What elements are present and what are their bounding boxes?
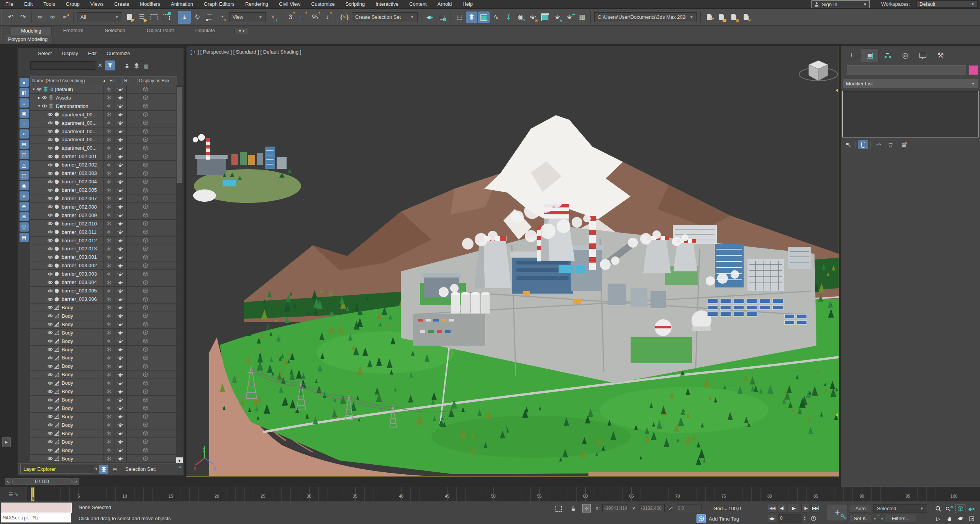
- row-label[interactable]: Body: [62, 431, 73, 436]
- table-row-body[interactable]: Body: [30, 404, 177, 413]
- row-label[interactable]: Body: [62, 439, 73, 445]
- expand-arrow[interactable]: ▶: [36, 96, 42, 100]
- render-cell[interactable]: [115, 127, 127, 135]
- eye-icon[interactable]: [48, 313, 53, 318]
- freeze-cell[interactable]: [104, 144, 115, 152]
- render-cell[interactable]: [115, 404, 127, 412]
- tab-utilities[interactable]: ⚒: [932, 48, 949, 62]
- time-configuration-button[interactable]: [809, 514, 818, 522]
- render-cell[interactable]: [115, 220, 127, 228]
- display-filter-button-filter-geometry[interactable]: ●: [20, 78, 29, 87]
- select-and-scale-button[interactable]: [204, 11, 215, 23]
- configure-modifier-sets-button[interactable]: ▦✎: [900, 140, 910, 149]
- viewport-splitter-arrow[interactable]: [836, 88, 838, 92]
- layer-mode-button[interactable]: [99, 465, 108, 474]
- freeze-cell[interactable]: [104, 446, 115, 454]
- select-and-move-button[interactable]: ↔↕: [178, 11, 191, 24]
- explorer-mode-dropdown[interactable]: Layer Explorer: [20, 465, 93, 473]
- render-cell[interactable]: [115, 421, 127, 429]
- object-color-swatch[interactable]: [969, 65, 978, 75]
- freeze-cell[interactable]: [104, 220, 115, 228]
- use-pivot-point-center-button[interactable]: ⌖✛: [267, 11, 279, 23]
- ribbon-tab[interactable]: Populate: [185, 26, 225, 35]
- show-end-result-button[interactable]: [858, 140, 868, 149]
- display-as-box-cell[interactable]: [127, 421, 177, 429]
- eye-icon[interactable]: [48, 112, 53, 117]
- mirror-button[interactable]: ◀▶: [424, 11, 436, 23]
- align-button[interactable]: [436, 11, 448, 23]
- row-label[interactable]: Assets: [56, 95, 71, 101]
- display-as-box-cell[interactable]: [127, 362, 177, 370]
- time-slider-value[interactable]: 0 / 100: [12, 478, 72, 485]
- table-row-barrier-003-006[interactable]: barrier_003.006: [30, 295, 177, 304]
- display-as-box-cell[interactable]: [127, 94, 177, 102]
- display-filter-button-filter-space-warps[interactable]: ≈: [20, 129, 29, 139]
- render-cell[interactable]: [115, 387, 127, 395]
- mini-curve-editor-button[interactable]: ☰∿: [0, 487, 27, 501]
- row-label[interactable]: apartment_00...: [62, 112, 97, 118]
- display-as-box-cell[interactable]: [127, 404, 177, 412]
- table-row-apartment-00-[interactable]: apartment_00...: [30, 136, 177, 144]
- row-label[interactable]: barrier_002.012: [62, 238, 97, 243]
- explorer-menu-item[interactable]: Edit: [83, 51, 102, 56]
- freeze-cell[interactable]: [104, 161, 115, 169]
- row-label[interactable]: apartment_00...: [62, 120, 97, 126]
- row-label[interactable]: Body: [62, 422, 73, 428]
- freeze-cell[interactable]: [104, 362, 115, 370]
- row-label[interactable]: Body: [62, 305, 73, 310]
- time-slider-prev-button[interactable]: <: [5, 478, 11, 485]
- table-row-barrier-003-003[interactable]: barrier_003.003: [30, 270, 177, 278]
- row-label[interactable]: barrier_003.001: [62, 254, 97, 260]
- table-row-barrier-002-009[interactable]: barrier_002.009: [30, 211, 177, 220]
- display-as-box-cell[interactable]: [127, 295, 177, 303]
- expand-arrow[interactable]: ▼: [36, 104, 42, 108]
- display-filter-button-filter-materials[interactable]: ◉: [20, 181, 29, 190]
- select-object-button[interactable]: [124, 11, 135, 23]
- display-as-box-cell[interactable]: [127, 178, 177, 186]
- display-filter-button-filter-bones[interactable]: △: [20, 160, 29, 170]
- eye-icon[interactable]: [48, 137, 53, 142]
- menu-item[interactable]: Rendering: [240, 0, 274, 8]
- display-as-box-cell[interactable]: [127, 346, 177, 354]
- table-row-apartment-00-[interactable]: apartment_00...: [30, 119, 177, 127]
- key-filters-icon[interactable]: ●⌒●: [873, 514, 883, 522]
- select-and-rotate-button[interactable]: ↻: [192, 11, 203, 23]
- eye-icon[interactable]: [48, 246, 53, 251]
- unlink-selection-button[interactable]: ∞/: [47, 11, 58, 23]
- display-as-box-cell[interactable]: [127, 379, 177, 387]
- display-as-box-cell[interactable]: [127, 220, 177, 228]
- render-cell[interactable]: [115, 161, 127, 169]
- display-as-box-cell[interactable]: [127, 396, 177, 404]
- reference-coordinate-dropdown[interactable]: View▼: [229, 12, 266, 22]
- explorer-menu-item[interactable]: Display: [57, 51, 83, 56]
- render-cell[interactable]: [115, 111, 127, 119]
- explorer-scrollbar[interactable]: ▼: [176, 85, 183, 464]
- add-time-tag-icon[interactable]: [696, 514, 706, 523]
- freeze-cell[interactable]: [104, 304, 115, 312]
- maximize-viewport-toggle[interactable]: [967, 514, 977, 523]
- display-filter-button-filter-misc[interactable]: ▤: [20, 233, 29, 242]
- freeze-cell[interactable]: [104, 119, 115, 127]
- display-as-box-cell[interactable]: [127, 169, 177, 177]
- column-header-render[interactable]: R...: [123, 77, 138, 85]
- display-as-box-cell[interactable]: [127, 261, 177, 269]
- window-crossing-toggle-button[interactable]: [161, 11, 172, 23]
- display-as-box-cell[interactable]: [127, 413, 177, 421]
- display-as-box-cell[interactable]: [127, 127, 177, 135]
- menu-item[interactable]: Civil View: [274, 0, 306, 8]
- named-selection-set-combobox[interactable]: Create Selection Set▼: [352, 12, 418, 22]
- timeline-ruler[interactable]: 0 51015202530354045505560657075808590951…: [27, 487, 980, 501]
- menu-item[interactable]: Edit: [19, 0, 38, 8]
- menu-item[interactable]: Views: [85, 0, 109, 8]
- table-row-body[interactable]: Body: [30, 429, 177, 438]
- selection-region-icon[interactable]: [554, 504, 563, 513]
- freeze-cell[interactable]: [104, 152, 115, 160]
- redo-button[interactable]: ↷: [17, 11, 29, 23]
- scene-script-link-button[interactable]: ⊞: [728, 11, 739, 23]
- edit-named-selection-sets-button[interactable]: {✎}: [339, 11, 350, 23]
- row-label[interactable]: Body: [62, 389, 73, 394]
- row-label[interactable]: barrier_003.003: [62, 271, 97, 277]
- render-in-cloud-button[interactable]: ☁: [564, 11, 575, 23]
- zoom-all-button[interactable]: ▦: [944, 504, 954, 513]
- display-as-box-cell[interactable]: [127, 455, 177, 463]
